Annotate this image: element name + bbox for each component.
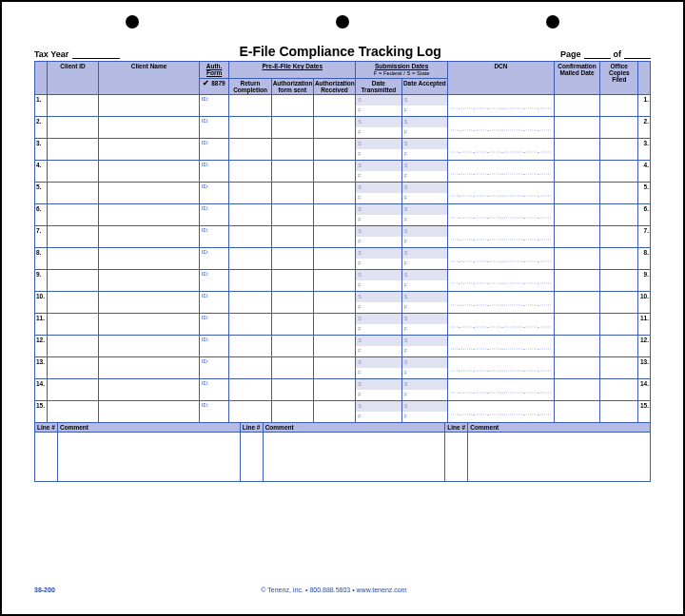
- client-name-input[interactable]: [99, 182, 199, 203]
- client-id-input[interactable]: [47, 94, 99, 116]
- copies-filed-input[interactable]: [600, 116, 638, 138]
- return-completion-input[interactable]: [229, 356, 271, 378]
- client-id-input[interactable]: [47, 138, 99, 160]
- copies-filed-input[interactable]: [600, 160, 638, 182]
- date-accepted-input[interactable]: SF: [401, 291, 447, 313]
- date-accepted-input[interactable]: SF: [401, 203, 447, 225]
- client-name-input[interactable]: [99, 225, 199, 247]
- copies-filed-input[interactable]: [600, 356, 638, 378]
- return-completion-input[interactable]: [229, 335, 271, 356]
- confirmation-input[interactable]: [554, 138, 599, 160]
- client-id-input[interactable]: [47, 378, 99, 400]
- auth-form-sent-input[interactable]: [271, 160, 313, 182]
- auth-form-id-input[interactable]: ID:: [199, 203, 229, 225]
- client-name-input[interactable]: [99, 269, 199, 291]
- auth-form-sent-input[interactable]: [271, 203, 313, 225]
- auth-form-sent-input[interactable]: [271, 378, 313, 400]
- date-transmitted-input[interactable]: SF: [356, 400, 401, 422]
- auth-received-input[interactable]: [313, 94, 355, 116]
- date-transmitted-input[interactable]: SF: [356, 225, 401, 247]
- auth-form-id-input[interactable]: ID:: [199, 313, 229, 335]
- dcn-input[interactable]: [448, 203, 555, 225]
- auth-form-id-input[interactable]: ID:: [199, 291, 229, 313]
- date-transmitted-input[interactable]: SF: [356, 356, 401, 378]
- return-completion-input[interactable]: [229, 160, 271, 182]
- date-transmitted-input[interactable]: SF: [356, 116, 401, 138]
- date-accepted-input[interactable]: SF: [401, 182, 447, 203]
- confirmation-input[interactable]: [554, 94, 599, 116]
- auth-received-input[interactable]: [313, 356, 355, 378]
- copies-filed-input[interactable]: [600, 203, 638, 225]
- client-name-input[interactable]: [99, 94, 199, 116]
- date-transmitted-input[interactable]: SF: [356, 182, 401, 203]
- client-name-input[interactable]: [99, 291, 199, 313]
- dcn-input[interactable]: [448, 182, 555, 203]
- auth-received-input[interactable]: [313, 116, 355, 138]
- date-accepted-input[interactable]: SF: [401, 269, 447, 291]
- copies-filed-input[interactable]: [600, 335, 638, 356]
- auth-received-input[interactable]: [313, 313, 355, 335]
- comment-line-input[interactable]: [445, 432, 468, 481]
- confirmation-input[interactable]: [554, 182, 599, 203]
- copies-filed-input[interactable]: [600, 269, 638, 291]
- client-name-input[interactable]: [99, 116, 199, 138]
- return-completion-input[interactable]: [229, 291, 271, 313]
- auth-form-id-input[interactable]: ID:: [199, 160, 229, 182]
- confirmation-input[interactable]: [554, 291, 599, 313]
- dcn-input[interactable]: [448, 247, 555, 269]
- auth-form-id-input[interactable]: ID:: [199, 138, 229, 160]
- auth-form-sent-input[interactable]: [271, 291, 313, 313]
- auth-form-sent-input[interactable]: [271, 247, 313, 269]
- return-completion-input[interactable]: [229, 225, 271, 247]
- date-accepted-input[interactable]: SF: [401, 116, 447, 138]
- confirmation-input[interactable]: [554, 160, 599, 182]
- dcn-input[interactable]: [448, 378, 555, 400]
- auth-received-input[interactable]: [313, 291, 355, 313]
- client-name-input[interactable]: [99, 138, 199, 160]
- client-name-input[interactable]: [99, 335, 199, 356]
- date-transmitted-input[interactable]: SF: [356, 247, 401, 269]
- auth-received-input[interactable]: [313, 203, 355, 225]
- auth-received-input[interactable]: [313, 138, 355, 160]
- copies-filed-input[interactable]: [600, 182, 638, 203]
- auth-form-sent-input[interactable]: [271, 335, 313, 356]
- dcn-input[interactable]: [448, 116, 555, 138]
- dcn-input[interactable]: [448, 400, 555, 422]
- return-completion-input[interactable]: [229, 313, 271, 335]
- confirmation-input[interactable]: [554, 225, 599, 247]
- return-completion-input[interactable]: [229, 203, 271, 225]
- date-accepted-input[interactable]: SF: [401, 313, 447, 335]
- auth-form-sent-input[interactable]: [271, 313, 313, 335]
- client-id-input[interactable]: [47, 291, 99, 313]
- return-completion-input[interactable]: [229, 400, 271, 422]
- client-id-input[interactable]: [47, 356, 99, 378]
- client-name-input[interactable]: [99, 247, 199, 269]
- client-name-input[interactable]: [99, 356, 199, 378]
- return-completion-input[interactable]: [229, 116, 271, 138]
- auth-form-sent-input[interactable]: [271, 116, 313, 138]
- dcn-input[interactable]: [448, 269, 555, 291]
- copies-filed-input[interactable]: [600, 291, 638, 313]
- auth-form-sent-input[interactable]: [271, 94, 313, 116]
- dcn-input[interactable]: [448, 356, 555, 378]
- auth-form-id-input[interactable]: ID:: [199, 247, 229, 269]
- auth-form-id-input[interactable]: ID:: [199, 182, 229, 203]
- client-id-input[interactable]: [47, 335, 99, 356]
- date-transmitted-input[interactable]: SF: [356, 160, 401, 182]
- copies-filed-input[interactable]: [600, 313, 638, 335]
- date-transmitted-input[interactable]: SF: [356, 94, 401, 116]
- tax-year-input[interactable]: [72, 49, 120, 59]
- client-name-input[interactable]: [99, 378, 199, 400]
- client-id-input[interactable]: [47, 400, 99, 422]
- dcn-input[interactable]: [448, 138, 555, 160]
- auth-form-id-input[interactable]: ID:: [199, 335, 229, 356]
- copies-filed-input[interactable]: [600, 138, 638, 160]
- client-name-input[interactable]: [99, 160, 199, 182]
- client-id-input[interactable]: [47, 225, 99, 247]
- confirmation-input[interactable]: [554, 356, 599, 378]
- auth-received-input[interactable]: [313, 335, 355, 356]
- dcn-input[interactable]: [448, 291, 555, 313]
- client-id-input[interactable]: [47, 116, 99, 138]
- confirmation-input[interactable]: [554, 313, 599, 335]
- copies-filed-input[interactable]: [600, 400, 638, 422]
